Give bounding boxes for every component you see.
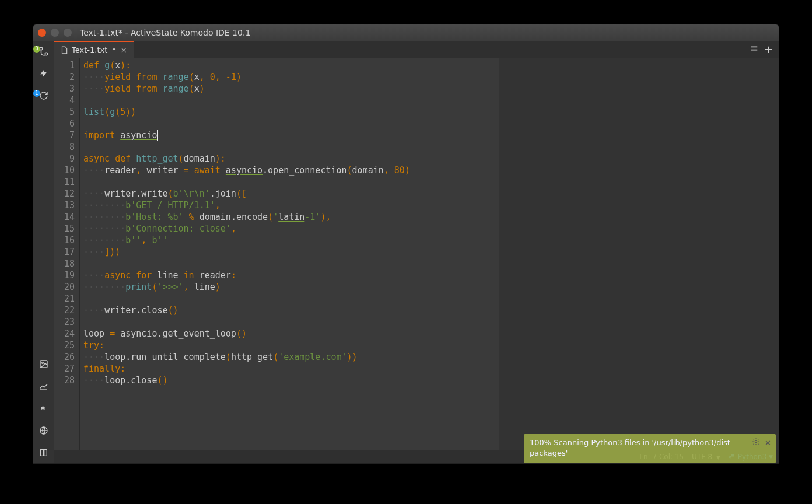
tab-filename: Text-1.txt [72,46,107,54]
line-number: 18 [54,258,75,270]
sync-icon[interactable] [37,89,51,103]
line-number: 1 [54,60,75,71]
lightning-icon[interactable] [37,66,51,80]
document-icon [60,46,68,54]
left-sidebar: ✱ [33,41,54,463]
window-maximize-button[interactable] [64,29,72,37]
notification-toast: 100% Scanning Python3 files in '/usr/lib… [524,434,776,463]
line-number: 14 [54,211,75,223]
line-number: 26 [54,351,75,363]
vcs-icon[interactable] [37,44,51,58]
line-number: 11 [54,176,75,188]
line-number: 23 [54,316,75,328]
line-number: 10 [54,164,75,176]
line-number-gutter: 1234567891011121314151617181920212223242… [54,58,80,450]
editor-right-gutter [499,58,779,450]
line-number: 6 [54,118,75,130]
window-title: Text-1.txt* - ActiveState Komodo IDE 10.… [80,28,250,37]
window-titlebar[interactable]: Text-1.txt* - ActiveState Komodo IDE 10.… [33,24,779,41]
line-number: 24 [54,328,75,340]
line-number: 13 [54,200,75,211]
svg-point-0 [40,47,43,50]
line-number: 17 [54,246,75,258]
line-number: 9 [54,153,75,164]
notification-text: 100% Scanning Python3 files in '/usr/lib… [530,438,733,457]
svg-text:✱: ✱ [41,405,46,411]
image-icon[interactable] [37,357,51,371]
chart-icon[interactable] [37,379,51,393]
window-minimize-button[interactable] [51,29,59,37]
line-number: 22 [54,304,75,316]
svg-point-1 [45,52,48,55]
tab-bar: Text-1.txt * × + [54,41,779,58]
file-tab[interactable]: Text-1.txt * × [54,41,134,58]
line-number: 4 [54,94,75,106]
tab-close-button[interactable]: × [120,46,128,54]
line-number: 16 [54,235,75,246]
main-area: Text-1.txt * × + 12345678910111213141516… [54,41,779,463]
line-number: 25 [54,340,75,351]
globe-icon[interactable] [37,424,51,438]
notification-settings-icon[interactable] [752,438,760,449]
code-editor[interactable]: 1234567891011121314151617181920212223242… [54,58,779,450]
line-number: 19 [54,270,75,281]
line-number: 12 [54,188,75,200]
line-number: 5 [54,106,75,118]
notification-close-button[interactable]: × [765,438,771,449]
line-number: 28 [54,374,75,386]
line-number: 7 [54,130,75,141]
line-number: 21 [54,293,75,304]
line-number: 8 [54,141,75,153]
line-number: 15 [54,223,75,235]
tab-list-icon[interactable] [750,44,758,55]
line-number: 2 [54,71,75,83]
tab-modified-marker: * [112,46,116,54]
line-number: 27 [54,363,75,374]
book-icon[interactable] [37,446,51,460]
svg-point-7 [755,440,757,443]
ide-window: Text-1.txt* - ActiveState Komodo IDE 10.… [33,24,779,463]
line-number: 20 [54,281,75,293]
line-number: 3 [54,83,75,94]
regex-icon[interactable]: ✱ [37,401,51,415]
window-close-button[interactable] [38,29,46,37]
editor-area: 1234567891011121314151617181920212223242… [54,58,779,450]
new-tab-button[interactable]: + [764,43,773,55]
svg-point-3 [42,362,44,364]
